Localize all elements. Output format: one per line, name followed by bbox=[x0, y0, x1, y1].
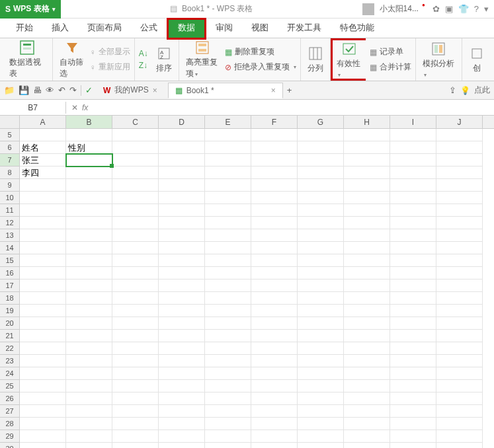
cell-D8[interactable] bbox=[159, 167, 205, 179]
cell-E21[interactable] bbox=[205, 330, 251, 342]
check-icon[interactable]: ✓ bbox=[85, 85, 93, 95]
cell-I17[interactable] bbox=[390, 280, 436, 292]
cell-D23[interactable] bbox=[159, 355, 205, 367]
cell-A6[interactable]: 姓名 bbox=[20, 141, 66, 154]
cell-E20[interactable] bbox=[205, 317, 251, 330]
cell-E7[interactable] bbox=[205, 154, 251, 167]
user-name[interactable]: 小太阳14... bbox=[380, 3, 419, 15]
cell-C18[interactable] bbox=[112, 292, 159, 305]
cell-A15[interactable] bbox=[20, 254, 66, 267]
cell-B26[interactable] bbox=[66, 392, 112, 405]
cell-F7[interactable] bbox=[251, 154, 298, 167]
cell-G28[interactable] bbox=[298, 418, 344, 430]
cell-E30[interactable] bbox=[205, 443, 251, 448]
row-header[interactable]: 17 bbox=[0, 280, 20, 292]
row-header[interactable]: 15 bbox=[0, 254, 20, 267]
cell-B6[interactable]: 性别 bbox=[66, 141, 112, 154]
cell-H9[interactable] bbox=[344, 179, 390, 192]
cell-E16[interactable] bbox=[205, 267, 251, 280]
cell-C12[interactable] bbox=[112, 217, 159, 229]
cell-E9[interactable] bbox=[205, 179, 251, 192]
cell-I29[interactable] bbox=[390, 430, 436, 443]
cell-C24[interactable] bbox=[112, 367, 159, 380]
cell-J10[interactable] bbox=[436, 192, 483, 204]
cell-H23[interactable] bbox=[344, 355, 390, 367]
cell-H19[interactable] bbox=[344, 305, 390, 317]
cell-I8[interactable] bbox=[390, 167, 436, 179]
cell-C27[interactable] bbox=[112, 405, 159, 418]
cell-D21[interactable] bbox=[159, 330, 205, 342]
click-here-label[interactable]: 点此 bbox=[474, 85, 490, 96]
add-tab-icon[interactable]: + bbox=[287, 85, 292, 95]
cell-J28[interactable] bbox=[436, 418, 483, 430]
cell-F23[interactable] bbox=[251, 355, 298, 367]
app-badge[interactable]: S WPS 表格 ▾ bbox=[0, 0, 61, 19]
cell-F18[interactable] bbox=[251, 292, 298, 305]
cell-C26[interactable] bbox=[112, 392, 159, 405]
cell-C19[interactable] bbox=[112, 305, 159, 317]
cell-B11[interactable] bbox=[66, 204, 112, 217]
cell-F16[interactable] bbox=[251, 267, 298, 280]
cell-C6[interactable] bbox=[112, 141, 159, 154]
cell-G19[interactable] bbox=[298, 305, 344, 317]
cell-I19[interactable] bbox=[390, 305, 436, 317]
cell-H7[interactable] bbox=[344, 154, 390, 167]
col-header-D[interactable]: D bbox=[159, 116, 205, 128]
cell-B18[interactable] bbox=[66, 292, 112, 305]
cell-G24[interactable] bbox=[298, 367, 344, 380]
cell-A8[interactable]: 李四 bbox=[20, 167, 66, 179]
cell-I7[interactable] bbox=[390, 154, 436, 167]
cell-H6[interactable] bbox=[344, 141, 390, 154]
cell-I20[interactable] bbox=[390, 317, 436, 330]
row-header[interactable]: 10 bbox=[0, 192, 20, 204]
cell-A10[interactable] bbox=[20, 192, 66, 204]
cell-F22[interactable] bbox=[251, 342, 298, 355]
help-icon[interactable]: ? bbox=[474, 4, 479, 14]
cell-D6[interactable] bbox=[159, 141, 205, 154]
cell-F28[interactable] bbox=[251, 418, 298, 430]
cell-B5[interactable] bbox=[66, 129, 112, 141]
cell-C13[interactable] bbox=[112, 229, 159, 242]
tab-insert[interactable]: 插入 bbox=[42, 18, 78, 38]
row-header[interactable]: 27 bbox=[0, 405, 20, 418]
cell-E12[interactable] bbox=[205, 217, 251, 229]
cell-E15[interactable] bbox=[205, 254, 251, 267]
cell-F8[interactable] bbox=[251, 167, 298, 179]
col-header-H[interactable]: H bbox=[344, 116, 390, 128]
cell-A5[interactable] bbox=[20, 129, 66, 141]
row-header[interactable]: 12 bbox=[0, 217, 20, 229]
cell-E24[interactable] bbox=[205, 367, 251, 380]
fx-icon[interactable]: fx bbox=[82, 103, 88, 112]
cell-C28[interactable] bbox=[112, 418, 159, 430]
row-header[interactable]: 19 bbox=[0, 305, 20, 317]
tab-features[interactable]: 特色功能 bbox=[331, 18, 384, 38]
cell-I25[interactable] bbox=[390, 380, 436, 392]
cell-D30[interactable] bbox=[159, 443, 205, 448]
cell-H15[interactable] bbox=[344, 254, 390, 267]
cell-D13[interactable] bbox=[159, 229, 205, 242]
tab-review[interactable]: 审阅 bbox=[206, 18, 242, 38]
cell-B19[interactable] bbox=[66, 305, 112, 317]
cell-B25[interactable] bbox=[66, 380, 112, 392]
cell-G17[interactable] bbox=[298, 280, 344, 292]
book1-tab[interactable]: ▦ Book1 * × bbox=[168, 83, 283, 98]
cell-J12[interactable] bbox=[436, 217, 483, 229]
cell-I6[interactable] bbox=[390, 141, 436, 154]
cell-B20[interactable] bbox=[66, 317, 112, 330]
cell-D26[interactable] bbox=[159, 392, 205, 405]
cell-I13[interactable] bbox=[390, 229, 436, 242]
cell-F26[interactable] bbox=[251, 392, 298, 405]
row-header[interactable]: 14 bbox=[0, 242, 20, 254]
cell-G12[interactable] bbox=[298, 217, 344, 229]
cell-G5[interactable] bbox=[298, 129, 344, 141]
reject-dup-button[interactable]: ⊘ 拒绝录入重复项 ▾ bbox=[225, 61, 296, 73]
cell-G13[interactable] bbox=[298, 229, 344, 242]
cell-F6[interactable] bbox=[251, 141, 298, 154]
autofilter-button[interactable]: 自动筛选 bbox=[57, 37, 87, 82]
cell-D28[interactable] bbox=[159, 418, 205, 430]
cell-I18[interactable] bbox=[390, 292, 436, 305]
col-header-F[interactable]: F bbox=[251, 116, 298, 128]
cell-F9[interactable] bbox=[251, 179, 298, 192]
cell-J26[interactable] bbox=[436, 392, 483, 405]
row-header[interactable]: 28 bbox=[0, 418, 20, 430]
